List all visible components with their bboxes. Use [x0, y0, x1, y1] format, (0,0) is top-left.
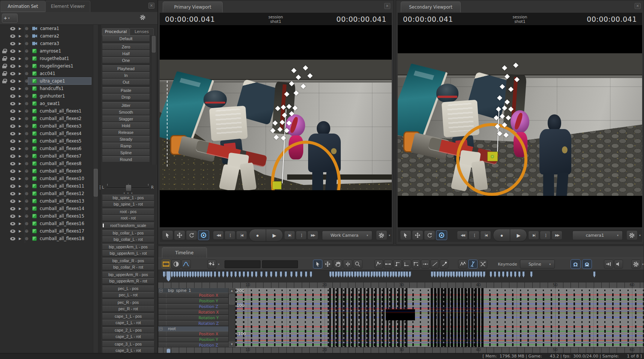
- trail-marker-diamond[interactable]: [286, 120, 292, 125]
- keyframe-pin[interactable]: [389, 271, 392, 278]
- tab-timeline[interactable]: Timeline: [162, 247, 207, 258]
- plus-circle-icon[interactable]: ⊕: [25, 56, 30, 61]
- track-channel-Position-Z[interactable]: Position Z: [158, 342, 228, 347]
- tree-item-ultra_cape1[interactable]: ▶⊕ultra_cape1: [0, 77, 93, 85]
- keyframe-pin[interactable]: [184, 271, 186, 278]
- keyframe-pin[interactable]: [365, 271, 367, 278]
- keyframe-pin[interactable]: [480, 271, 482, 278]
- expand-arrow-icon[interactable]: ▶: [19, 222, 23, 225]
- keyframe-pin[interactable]: [178, 271, 181, 278]
- tree-item-rougethebat1[interactable]: ▶⊕rougethebat1: [0, 55, 93, 62]
- rotate-tool-button[interactable]: [186, 230, 197, 240]
- tree-item-cumball_all_flexes16[interactable]: ▶⊕cumball_all_flexes16: [0, 220, 93, 227]
- trail-marker-diamond[interactable]: [274, 135, 279, 140]
- trail-marker-diamond[interactable]: [495, 124, 500, 129]
- trail-marker-diamond[interactable]: [502, 122, 507, 128]
- eye-icon[interactable]: [10, 80, 15, 83]
- gear-icon[interactable]: [139, 14, 148, 23]
- preset-spline-button[interactable]: Spline: [102, 149, 150, 156]
- expand-arrow-icon[interactable]: ▶: [19, 229, 23, 233]
- expand-arrow-icon[interactable]: ▶: [19, 162, 23, 165]
- tangent-flat-button[interactable]: [384, 260, 392, 269]
- expand-arrow-icon[interactable]: ▶: [19, 42, 23, 45]
- keyframe-pin[interactable]: [214, 271, 216, 278]
- graph-spline-button[interactable]: [468, 260, 478, 269]
- expand-arrow-icon[interactable]: ▶: [19, 27, 23, 30]
- tree-item-cumball_all_flexes11[interactable]: ▶⊕cumball_all_flexes11: [0, 182, 93, 190]
- trail-marker-diamond[interactable]: [282, 113, 287, 118]
- keyframe-pin[interactable]: [466, 271, 469, 278]
- eye-icon[interactable]: [10, 42, 15, 45]
- keyframe-pin[interactable]: [186, 271, 189, 278]
- snap-magnet-key-icon[interactable]: Ω: [582, 259, 592, 269]
- eye-icon[interactable]: [10, 155, 15, 158]
- track-channel-Rotation-X[interactable]: Rotation X: [158, 309, 228, 315]
- trail-marker-diamond[interactable]: [508, 107, 514, 112]
- keyframe-pin[interactable]: [310, 271, 312, 278]
- move-tool-button[interactable]: [174, 230, 185, 240]
- preset-steady-button[interactable]: Steady: [102, 136, 150, 142]
- expand-arrow-icon[interactable]: ▶: [19, 207, 23, 210]
- tangent-step-button[interactable]: [393, 260, 402, 269]
- record-button[interactable]: ●: [493, 229, 510, 241]
- tree-item-camera1[interactable]: ▶⊕camera1: [0, 25, 93, 32]
- keyframe-pin[interactable]: [199, 271, 202, 278]
- preset-one-button[interactable]: One: [102, 57, 150, 63]
- track-channel-Position-Z[interactable]: Position Z: [158, 304, 228, 309]
- keyframe-pin[interactable]: [472, 271, 475, 278]
- keyframe-pin[interactable]: [207, 271, 210, 278]
- plus-circle-icon[interactable]: ⊕: [25, 198, 30, 204]
- tree-item-camera2[interactable]: ▶⊕camera2: [0, 32, 93, 40]
- viewport-canvas[interactable]: [398, 25, 642, 227]
- keyframe-pin[interactable]: [194, 271, 197, 278]
- keyframe-pin[interactable]: [367, 271, 370, 278]
- keyframe-pin[interactable]: [442, 271, 444, 278]
- tangent-linear-button[interactable]: [430, 260, 439, 269]
- channel-rootTransform_scale[interactable]: rootTransform_scale: [102, 222, 154, 228]
- expand-arrow-icon[interactable]: ▶: [19, 79, 23, 83]
- graph-editor-button[interactable]: [181, 260, 191, 269]
- keyframe-pin[interactable]: [483, 271, 485, 278]
- track-channel-Rotation-Y[interactable]: Rotation Y: [158, 315, 228, 320]
- expand-arrow-icon[interactable]: ▶: [19, 184, 23, 188]
- trail-marker-diamond[interactable]: [289, 81, 294, 86]
- track-channel-Position-Y[interactable]: Position Y: [158, 298, 228, 303]
- audio-mute-button[interactable]: [614, 260, 623, 269]
- keyframe-pin[interactable]: [202, 271, 205, 278]
- tree-item-cumball_all_flexes5[interactable]: ▶⊕cumball_all_flexes5: [0, 137, 93, 145]
- channel-bip_upperArm_L-rot[interactable]: bip_upperArm_L - rot: [102, 250, 154, 256]
- tree-item-amyrose1[interactable]: ▶⊕amyrose1: [0, 47, 93, 55]
- plus-circle-icon[interactable]: ⊕: [25, 86, 30, 91]
- expand-arrow-icon[interactable]: ▶: [19, 72, 23, 75]
- keyframe-pin[interactable]: [222, 271, 225, 278]
- trail-marker-diamond[interactable]: [502, 105, 507, 111]
- keyframe-pin[interactable]: [226, 271, 229, 278]
- expand-arrow-icon[interactable]: ▶: [19, 102, 23, 105]
- scrollbar-thumb[interactable]: [152, 36, 156, 53]
- plus-circle-icon[interactable]: ⊕: [25, 26, 30, 31]
- preset-playhead-button[interactable]: Playhead: [102, 65, 150, 72]
- tree-item-rougelingeries1[interactable]: ▶⊕rougelingeries1: [0, 62, 93, 70]
- keyframe-pin[interactable]: [329, 271, 332, 278]
- keyframe-pin[interactable]: [373, 271, 376, 278]
- plus-circle-icon[interactable]: ⊕: [25, 168, 30, 174]
- keyframe-pin[interactable]: [392, 271, 395, 278]
- expand-arrow-icon[interactable]: ▶: [19, 154, 23, 158]
- eye-icon[interactable]: [10, 140, 15, 143]
- keyframe-pin[interactable]: [362, 271, 365, 278]
- go-to-end-button[interactable]: ▶|: [284, 231, 295, 240]
- trail-marker-diamond[interactable]: [291, 68, 297, 73]
- keyframe-pin-strip[interactable]: [158, 270, 644, 282]
- scale-tool-button[interactable]: [343, 260, 352, 269]
- eye-icon[interactable]: [10, 35, 15, 38]
- tree-item-cumball_all_flexes7[interactable]: ▶⊕cumball_all_flexes7: [0, 152, 93, 160]
- tree-item-cumball_all_flexes10[interactable]: ▶⊕cumball_all_flexes10: [0, 175, 93, 182]
- keyframe-pin[interactable]: [163, 271, 165, 278]
- eye-icon[interactable]: [10, 237, 15, 240]
- keyframe-pin[interactable]: [475, 271, 477, 278]
- keyframe-pin[interactable]: [210, 271, 213, 278]
- tree-item-cumball_all_flexes6[interactable]: ▶⊕cumball_all_flexes6: [0, 145, 93, 152]
- keyframe-pin[interactable]: [494, 271, 496, 278]
- channel-cape_3_L-pos[interactable]: cape_3_L - pos: [102, 341, 154, 347]
- plus-circle-icon[interactable]: ⊕: [25, 236, 30, 241]
